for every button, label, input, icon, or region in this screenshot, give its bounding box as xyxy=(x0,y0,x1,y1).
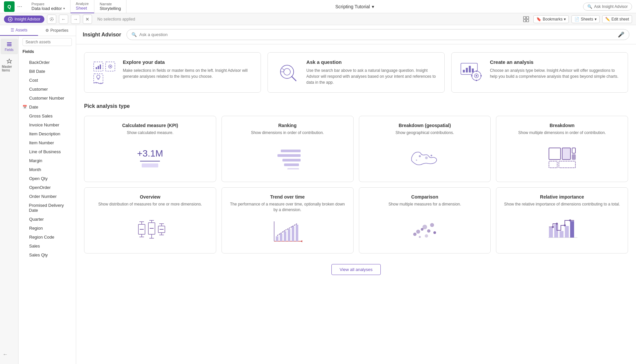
svg-rect-32 xyxy=(476,70,477,72)
collapse-panel-button[interactable]: ← xyxy=(3,351,8,357)
tab-properties-icon: ⚙ xyxy=(45,28,49,33)
info-card-create[interactable]: Create an analysis Choose an analysis ty… xyxy=(451,52,628,93)
tab-assets[interactable]: ☰ Assets xyxy=(0,25,38,36)
create-title: Create an analysis xyxy=(490,59,621,65)
insight-advisor-tab-label: Insight Advisor xyxy=(15,17,40,22)
comparison-description: Show multiple measures for a dimension. xyxy=(388,202,461,207)
analysis-card-ranking[interactable]: Ranking Show dimensions in order of cont… xyxy=(221,116,354,182)
nav-analyze[interactable]: Analyze Sheet xyxy=(71,0,94,13)
nav-narrate[interactable]: Narrate Storytelling xyxy=(94,0,126,13)
clear-icon: ✕ xyxy=(85,17,89,22)
field-item[interactable]: Region xyxy=(19,224,76,233)
field-item[interactable]: Item Description xyxy=(19,129,76,138)
ask-description: Use the search bar above to ask a natura… xyxy=(306,68,437,85)
lasso-button[interactable] xyxy=(47,15,56,24)
kpi-title: Calculated measure (KPI) xyxy=(122,123,178,128)
sheets-button[interactable]: 📄 Sheets ▾ xyxy=(571,15,599,23)
field-item[interactable]: OpenOrder xyxy=(19,183,76,192)
analysis-card-comparison[interactable]: Comparison Show multiple measures for a … xyxy=(359,187,491,253)
info-card-ask[interactable]: Ask a question Use the search bar above … xyxy=(268,52,444,93)
svg-rect-13 xyxy=(96,67,97,69)
field-item[interactable]: Open Qty xyxy=(19,174,76,183)
analysis-card-kpi[interactable]: Calculated measure (KPI) Show calculated… xyxy=(84,116,216,182)
search-bar-input[interactable] xyxy=(139,32,615,37)
back-button[interactable]: ← xyxy=(59,15,68,24)
edit-sheet-label: Edit sheet xyxy=(612,17,629,22)
field-item[interactable]: 📅Date xyxy=(19,103,76,112)
clear-button[interactable]: ✕ xyxy=(83,15,92,24)
grid-icon xyxy=(523,16,529,22)
bookmarks-button[interactable]: 🔖 Bookmarks ▾ xyxy=(533,15,569,23)
field-item[interactable]: Customer xyxy=(19,85,76,94)
field-item[interactable]: Line of Business xyxy=(19,147,76,156)
ask-insight-button[interactable]: 🔍 Ask Insight Advisor xyxy=(583,3,632,11)
analysis-card-trend[interactable]: Trend over time The performance of a mea… xyxy=(221,187,354,253)
info-card-explore[interactable]: Explore your data Make selections in fie… xyxy=(84,52,261,93)
field-name: Promised Delivery Date xyxy=(29,203,72,213)
field-item[interactable]: Sales xyxy=(19,242,76,250)
overview-title: Overview xyxy=(98,194,202,200)
field-item[interactable]: Bill Date xyxy=(19,67,76,76)
kpi-description: Show calculated measure. xyxy=(122,130,178,136)
nav-prepare[interactable]: Prepare Data load editor ▾ xyxy=(26,0,71,13)
content-area: Explore your data Make selections in fie… xyxy=(76,44,636,283)
nav-dots-button[interactable]: ··· xyxy=(17,3,22,10)
view-all-container: View all analyses xyxy=(84,264,628,275)
field-item[interactable]: Quarter xyxy=(19,215,76,224)
microphone-button[interactable]: 🎤 xyxy=(618,31,624,38)
overview-visual xyxy=(91,212,209,247)
svg-rect-73 xyxy=(284,231,286,241)
field-item[interactable]: Month xyxy=(19,165,76,174)
field-item[interactable]: Margin xyxy=(19,156,76,165)
ask-card-text: Ask a question Use the search bar above … xyxy=(306,59,437,85)
sidebar-item-master-items[interactable]: Master Items xyxy=(1,56,18,75)
svg-point-93 xyxy=(552,226,554,228)
field-name: Order Number xyxy=(29,194,57,199)
fields-section-label: Fields xyxy=(19,48,76,55)
svg-line-22 xyxy=(282,68,284,70)
field-item[interactable]: Sales Qty xyxy=(19,250,76,259)
qlik-logo[interactable]: Q xyxy=(4,1,15,12)
geo-description: Show geographical contributions. xyxy=(395,130,454,136)
field-name: Cost xyxy=(29,78,38,83)
tab-properties[interactable]: ⚙ Properties xyxy=(38,25,76,36)
field-item[interactable]: Promised Delivery Date xyxy=(19,201,76,215)
geo-visual xyxy=(366,141,484,175)
field-name: Invoice Number xyxy=(29,122,59,127)
analysis-card-relative[interactable]: Relative importance Show the relative im… xyxy=(496,187,628,253)
field-item[interactable]: Region Code xyxy=(19,233,76,242)
field-item[interactable]: Invoice Number xyxy=(19,120,76,129)
field-item[interactable]: Customer Number xyxy=(19,94,76,103)
analysis-card-geo[interactable]: Breakdown (geospatial) Show geographical… xyxy=(359,116,491,182)
analysis-card-breakdown[interactable]: Breakdown Show multiple dimensions in or… xyxy=(496,116,628,182)
sidebar-item-fields[interactable]: Fields xyxy=(1,39,18,54)
field-item[interactable]: Gross Sales xyxy=(19,112,76,120)
kpi-line xyxy=(140,161,160,161)
search-bar[interactable]: 🔍 🎤 xyxy=(126,29,629,40)
back-icon: ← xyxy=(61,17,66,22)
edit-sheet-button[interactable]: ✏️ Edit sheet xyxy=(602,15,632,23)
lasso-icon xyxy=(49,17,54,22)
field-item[interactable]: Cost xyxy=(19,76,76,85)
search-assets-input[interactable] xyxy=(23,38,72,46)
field-item[interactable]: Order Number xyxy=(19,192,76,201)
ask-insight-label: Ask Insight Advisor xyxy=(594,4,628,9)
svg-rect-50 xyxy=(559,161,575,168)
field-name: Sales Qty xyxy=(29,252,48,257)
comparison-title: Comparison xyxy=(388,194,461,200)
sidebar-icons: Fields Master Items xyxy=(0,36,19,364)
geo-title: Breakdown (geospatial) xyxy=(395,123,454,128)
kpi-visual: +3.1M xyxy=(91,141,209,175)
svg-point-81 xyxy=(422,225,427,229)
field-name: Region Code xyxy=(29,235,54,240)
insight-advisor-tab[interactable]: Insight Advisor xyxy=(4,16,44,23)
forward-button[interactable]: → xyxy=(71,15,80,24)
field-item[interactable]: BackOrder xyxy=(19,58,76,67)
analysis-card-overview[interactable]: Overview Show distribution of measures f… xyxy=(84,187,216,253)
svg-rect-3 xyxy=(523,17,526,19)
search-assets-container xyxy=(19,36,76,48)
grid-view-button[interactable] xyxy=(521,15,531,24)
view-all-analyses-button[interactable]: View all analyses xyxy=(331,264,381,275)
app-title[interactable]: Scripting Tutorial ▾ xyxy=(335,4,374,9)
field-item[interactable]: Item Number xyxy=(19,138,76,147)
